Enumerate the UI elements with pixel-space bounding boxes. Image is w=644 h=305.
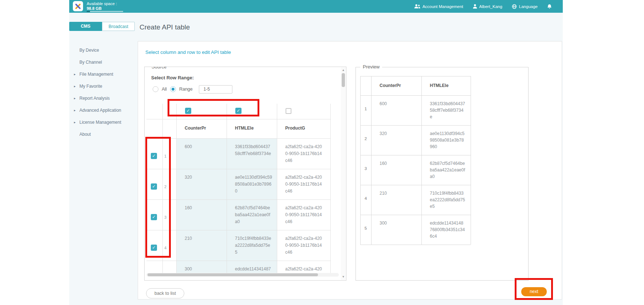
grid-line <box>360 215 471 215</box>
cell-counterpr: 600 <box>185 143 221 150</box>
language-menu[interactable]: Language <box>512 4 538 9</box>
grid-line <box>146 261 330 261</box>
bell-icon <box>547 4 552 9</box>
main-panel: Select column and row to edit API table … <box>138 41 562 300</box>
preview-cell-htmlele: ae0e1130df394c598508a081e3b78960 <box>430 130 466 150</box>
column-header-htmlele: HTMLEle <box>235 126 254 131</box>
sidebar-item-my-favorite[interactable]: ▸My Favorite <box>69 84 138 90</box>
panel-instruction: Select column and row to edit API table <box>145 49 231 55</box>
back-to-list-button[interactable]: back to list <box>146 288 184 298</box>
cell-productg: a2fa62f2-ca2a-4200-9050-1b1176b14c46 <box>285 174 323 195</box>
grid-line <box>277 104 277 274</box>
content-wrapper: Available space : 98.8 GB Account Manage… <box>69 0 563 305</box>
expand-arrow-icon: ▸ <box>74 72 76 76</box>
grid-line <box>146 138 330 139</box>
preview-cell-counterpr: 320 <box>380 130 416 137</box>
horizontal-scroll-thumb[interactable] <box>148 273 318 276</box>
preview-cell-htmlele: 62b87cf5d7464beba5aa422a1eae0fa0 <box>430 160 466 180</box>
preview-cell-counterpr: 210 <box>380 190 416 197</box>
grid-line <box>471 76 471 245</box>
source-section: Source Select Row Range: All Range ✓Coun… <box>144 67 346 281</box>
sidebar-item-by-channel[interactable]: By Channel <box>69 60 138 66</box>
radio-range-label: Range <box>179 87 193 92</box>
cell-htmlele: ae0e1130df394c598508a081e3b78960 <box>235 174 272 195</box>
grid-line <box>227 104 227 274</box>
sidebar-item-report-analysis[interactable]: ▸Report Analysis <box>69 96 138 102</box>
top-bar: Available space : 98.8 GB Account Manage… <box>69 0 563 13</box>
available-space-label: Available space : <box>87 1 117 6</box>
notifications-button[interactable] <box>547 4 552 9</box>
preview-section: Preview CounterPrHTMLEle16003361f33bd604… <box>356 67 529 281</box>
preview-row-number: 2 <box>360 136 371 141</box>
vertical-scroll-thumb[interactable] <box>342 73 345 87</box>
sidebar-item-by-device[interactable]: By Device <box>69 48 138 54</box>
available-space-value: 98.8 GB <box>87 6 102 11</box>
radio-range[interactable] <box>170 86 176 92</box>
scroll-down-icon[interactable]: ▼ <box>341 275 346 279</box>
radio-all[interactable] <box>153 86 158 92</box>
cell-counterpr: 300 <box>185 266 221 273</box>
preview-column-header-counterpr: CounterPr <box>380 83 401 88</box>
grid-line <box>421 76 422 245</box>
sidebar-item-label: File Management <box>79 72 113 77</box>
next-button[interactable]: next <box>521 287 547 296</box>
sidebar-item-file-management[interactable]: ▸File Management <box>69 72 138 78</box>
globe-icon <box>512 4 517 9</box>
grid-line <box>146 119 330 119</box>
preview-row-number: 5 <box>360 226 371 230</box>
grid-line <box>146 169 330 169</box>
cell-htmlele: 62b87cf5d7464beba5aa422a1eae0fa0 <box>235 205 272 225</box>
cell-counterpr: 160 <box>185 205 221 211</box>
grid-line <box>146 230 330 230</box>
sidebar-item-about[interactable]: About <box>69 132 138 138</box>
people-icon <box>414 4 420 9</box>
grid-line <box>360 245 471 245</box>
cell-counterpr: 210 <box>185 235 221 242</box>
preview-cell-counterpr: 300 <box>380 220 416 226</box>
horizontal-scrollbar[interactable] <box>146 273 339 277</box>
sidebar-item-advanced-application[interactable]: ▸Advanced Application <box>69 108 138 114</box>
page-title: Create API table <box>140 23 190 31</box>
column-checkbox-productg[interactable] <box>286 108 291 114</box>
preview-row-number: 1 <box>360 107 371 111</box>
cell-htmlele: 3361f33bd60443758cfff7eb68f3734e <box>235 143 272 157</box>
grid-line <box>360 76 361 245</box>
highlight-box-column-checkboxes <box>168 99 259 116</box>
grid-line <box>360 76 471 76</box>
grid-line <box>360 155 471 155</box>
sidebar-item-label: License Management <box>79 120 121 125</box>
grid-line <box>371 76 372 245</box>
expand-arrow-icon: ▸ <box>74 120 76 124</box>
expand-arrow-icon: ▸ <box>74 84 76 88</box>
username-label: Albert_Kang <box>479 4 502 9</box>
vertical-scrollbar[interactable]: ▲ ▼ <box>341 67 346 280</box>
sidebar-item-label: By Device <box>79 48 99 53</box>
app-logo-icon[interactable] <box>73 1 83 11</box>
cell-productg: a2fa62f2-ca2a-4200-9050-1b1176b14c46 <box>285 143 323 164</box>
range-input[interactable] <box>199 85 232 94</box>
expand-arrow-icon: ▸ <box>74 96 76 100</box>
preview-cell-counterpr: 160 <box>380 160 416 167</box>
grid-line <box>146 199 330 200</box>
column-header-counterpr: CounterPr <box>185 126 206 131</box>
preview-row-number: 3 <box>360 166 371 171</box>
grid-line <box>360 125 471 126</box>
grid-line <box>176 104 177 274</box>
preview-row-number: 4 <box>360 196 371 201</box>
sidebar-item-label: My Favorite <box>79 84 102 89</box>
source-legend: Source <box>150 67 168 70</box>
radio-all-label: All <box>162 87 167 92</box>
sidebar-item-label: Advanced Application <box>79 108 121 113</box>
preview-cell-htmlele: 3361f33bd60443758cfff7eb68f3734e <box>430 100 466 120</box>
available-space-progressbar <box>87 11 123 12</box>
column-header-productg: ProductG <box>285 126 305 131</box>
account-management-link[interactable]: Account Management <box>414 4 463 9</box>
highlight-box-row-checkboxes <box>145 137 171 258</box>
scroll-up-icon[interactable]: ▲ <box>341 68 346 72</box>
preview-cell-htmlele: edcdde1143414876800fb34351c346c4 <box>430 220 466 239</box>
sidebar-item-license-management[interactable]: ▸License Management <box>69 120 138 126</box>
user-menu[interactable]: Albert_Kang <box>473 4 502 9</box>
sidebar-item-label: By Channel <box>79 60 102 65</box>
expand-arrow-icon: ▸ <box>74 108 76 112</box>
cell-productg: a2fa62f2-ca2a-4200-9050-1b1176b14c46 <box>285 235 323 256</box>
